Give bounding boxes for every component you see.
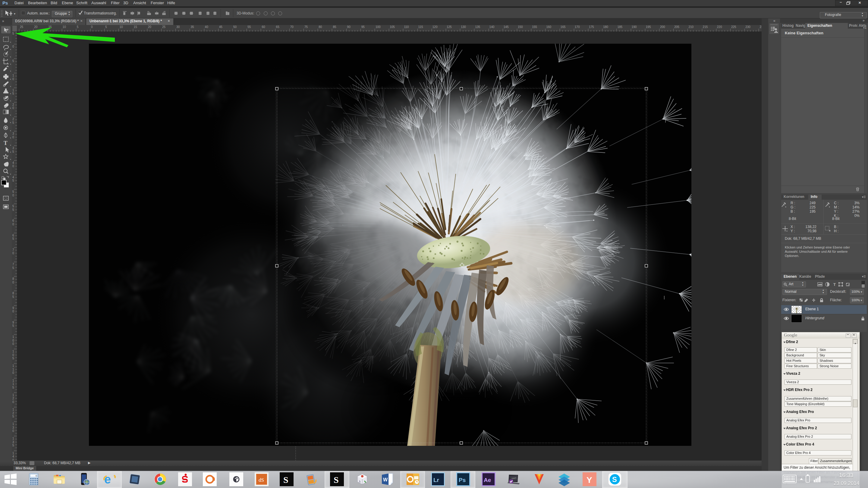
svg-text:S: S: [334, 475, 339, 485]
svg-text:0: 0: [36, 475, 37, 477]
svg-text:dS: dS: [258, 477, 264, 483]
svg-text:S: S: [612, 475, 617, 484]
svg-text:Ae: Ae: [484, 477, 491, 483]
svg-text:Lr: Lr: [433, 477, 439, 483]
svg-text:Ps: Ps: [459, 477, 466, 483]
svg-text:W: W: [383, 477, 388, 482]
svg-text:e: e: [104, 473, 111, 486]
svg-text:S: S: [283, 475, 288, 485]
svg-text:λ: λ: [359, 480, 361, 483]
svg-text:Y: Y: [587, 475, 592, 485]
